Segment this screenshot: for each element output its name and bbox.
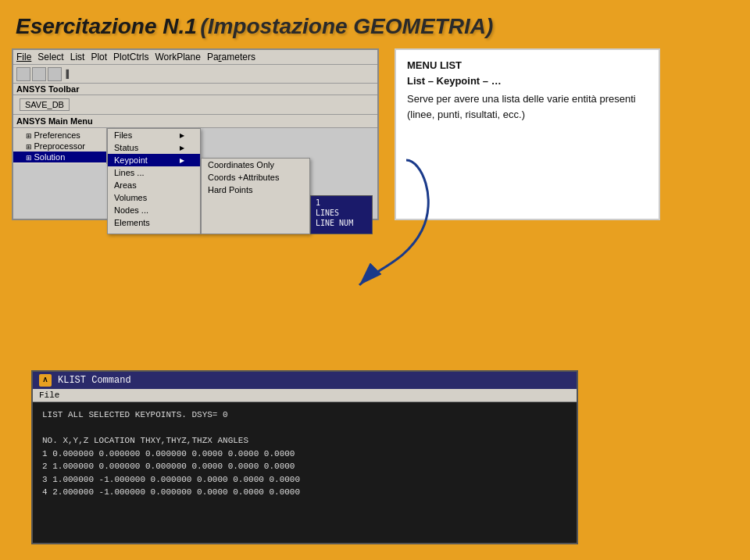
klist-window: Λ KLIST Command File LIST ALL SELECTED K… [31,370,578,544]
tree-solution[interactable]: Solution [13,152,106,162]
keypoint-submenu-container: Coordinates Only Coords +Attributes Hard… [201,158,373,234]
title-bold: Esercitazione N.1 [16,14,197,38]
save-db-button[interactable]: SAVE_DB [20,98,70,111]
klist-line-0: LIST ALL SELECTED KEYPOINTS. DSYS= 0 [42,408,567,422]
ansys-toolbar-label: ANSYS Toolbar [13,84,377,95]
klist-line-4: 2 1.000000 0.000000 0.000000 0.0000 0.00… [42,460,567,473]
dropdown-nodes[interactable]: Nodes ... [108,204,200,216]
ansys-panel: File Select List Plot PlotCtrls WorkPlan… [12,48,379,220]
klist-icon: Λ [39,374,52,387]
klist-menu-file[interactable]: File [39,391,59,400]
klist-content: LIST ALL SELECTED KEYPOINTS. DSYS= 0 NO.… [33,402,577,543]
klist-line-2: NO. X,Y,Z LOCATION THXY,THYZ,THZX ANGLES [42,434,567,448]
sub-submenu-line-num: LINE NUM [312,218,370,228]
toolbar-icon-2[interactable] [32,67,46,81]
menu-select[interactable]: Select [38,52,63,62]
toolbar-icon-3[interactable] [48,67,62,81]
klist-menu[interactable]: File [33,389,577,402]
tree-preferences[interactable]: Preferences [13,130,106,141]
menu-bar: File Select List Plot PlotCtrls WorkPlan… [13,50,377,65]
sub-submenu-lines-label: LINES [312,208,370,218]
dropdown-volumes[interactable]: Volumes [108,191,200,204]
menu-workplane[interactable]: WorkPlane [155,52,200,62]
tree-preprocessor[interactable]: Preprocessor [13,141,106,152]
menu-file[interactable]: File [16,52,31,62]
submenu-coords-only[interactable]: Coordinates Only [202,159,309,171]
info-title: MENU LIST [407,58,648,73]
dropdown-lines[interactable]: Lines ... [108,166,200,179]
info-body: Serve per avere una lista delle varie en… [407,91,648,122]
menu-plotctrls[interactable]: PlotCtrls [113,52,148,62]
sub-submenu-1: 1 [312,198,370,208]
klist-line-5: 3 1.000000 -1.000000 0.000000 0.0000 0.0… [42,473,567,487]
dropdown-status[interactable]: Status ▶ [108,141,200,154]
toolbar-icon-1[interactable] [16,67,30,81]
info-box: MENU LIST List – Keypoint – … Serve per … [395,48,660,220]
title-area: Esercitazione N.1 (Impostazione GEOMETRI… [0,0,750,48]
dropdown-areas[interactable]: Areas [108,179,200,191]
toolbar-more: ▐ [63,70,69,78]
title-paren: (Impostazione GEOMETRIA) [200,14,493,38]
menu-list[interactable]: List [70,52,85,62]
submenu-hard-points[interactable]: Hard Points [202,184,309,196]
sub-submenu-lines: 1 LINES LINE NUM [310,195,373,234]
klist-titlebar: Λ KLIST Command [33,372,577,389]
tree-panel: Preferences Preprocessor Solution [13,128,107,164]
dropdown-files[interactable]: Files ▶ [108,129,200,141]
klist-line-6: 4 2.000000 -1.000000 0.000000 0.0000 0.0… [42,486,567,499]
side-menu: Preferences Preprocessor Solution Files … [13,128,377,164]
keypoint-submenu: Coordinates Only Coords +Attributes Hard… [201,158,310,234]
menu-parameters[interactable]: Parameters [207,52,255,62]
klist-line-1 [42,422,567,435]
menu-plot[interactable]: Plot [91,52,107,62]
dropdown-elements[interactable]: Elements [108,216,200,229]
dropdown-container: Files ▶ Status ▶ Keypoint ▶ Lines ... [107,128,373,234]
list-dropdown: Files ▶ Status ▶ Keypoint ▶ Lines ... [107,128,201,234]
ansys-main-label: ANSYS Main Menu [13,115,377,128]
submenu-coords-attrs[interactable]: Coords +Attributes [202,171,309,184]
toolbar: ▐ [13,65,377,84]
info-subtitle: List – Keypoint – … [407,73,648,89]
klist-line-3: 1 0.000000 0.000000 0.000000 0.0000 0.00… [42,448,567,461]
klist-title: KLIST Command [58,375,131,386]
main-content-row: File Select List Plot PlotCtrls WorkPlan… [0,48,750,220]
dropdown-keypoint[interactable]: Keypoint ▶ [108,154,200,166]
